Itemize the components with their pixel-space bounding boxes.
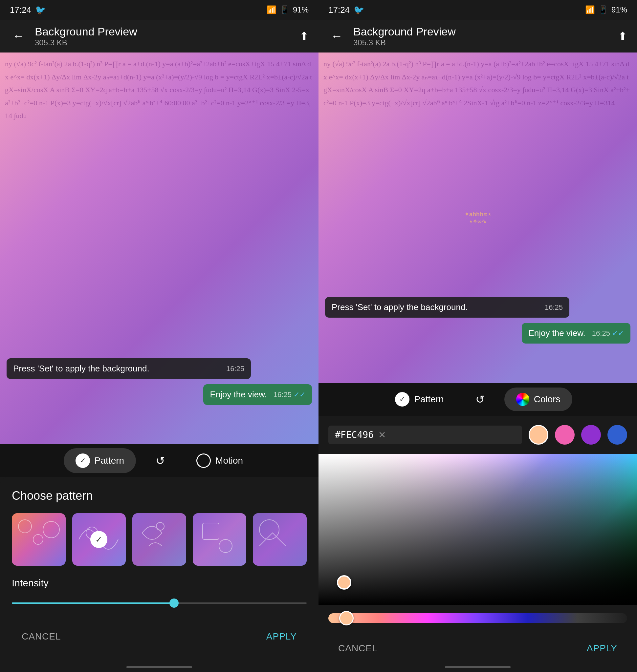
right-chat-time-1: 16:25: [545, 303, 563, 312]
left-app-header: ← Background Preview 305.3 KB ⬆: [0, 20, 318, 53]
tab-undo-icon[interactable]: ↺: [156, 454, 165, 467]
left-tab-bar: ✓ Pattern ↺ Motion: [0, 444, 318, 477]
right-chat-text-1: Press 'Set' to apply the background.: [332, 302, 468, 312]
left-signal-icon: 📱: [280, 5, 290, 15]
color-presets-row: #FEC496 ✕: [318, 416, 637, 454]
preset-color-1[interactable]: [529, 425, 548, 445]
intensity-label: Intensity: [12, 578, 307, 589]
preset-color-2[interactable]: [555, 425, 575, 445]
left-chat-text-2: Enjoy the view.: [210, 390, 267, 400]
pattern-thumb-4[interactable]: [193, 513, 247, 566]
left-bottom-actions: CANCEL APPLY: [12, 619, 307, 650]
pattern-thumb-3[interactable]: [132, 513, 186, 566]
left-chat-time-1: 16:25: [226, 365, 244, 373]
color-swatch-icon: [516, 393, 529, 406]
right-apply-button[interactable]: APPLY: [577, 638, 627, 659]
left-battery: 91%: [293, 5, 309, 15]
right-chat-text-2: Enjoy the view.: [528, 328, 585, 338]
choose-pattern-title: Choose pattern: [12, 489, 307, 503]
patterns-row: ✓: [12, 513, 307, 566]
left-panel: 17:24 🐦 📶 📱 91% ← Background Preview 305…: [0, 0, 318, 672]
right-time: 17:24: [328, 5, 350, 15]
slider-track: [12, 602, 307, 604]
svg-point-0: [18, 520, 32, 533]
color-picker-cursor[interactable]: [337, 575, 351, 590]
right-app-header: ← Background Preview 305.3 KB ⬆: [318, 20, 637, 53]
right-nav-pill: [318, 662, 637, 672]
left-nav-pill: [0, 662, 318, 672]
right-back-button[interactable]: ←: [328, 26, 345, 45]
svg-point-4: [156, 522, 164, 530]
right-battery: 91%: [612, 5, 627, 15]
right-tab-pattern-label: Pattern: [414, 394, 443, 405]
left-title-group: Background Preview 305.3 KB: [35, 25, 292, 47]
tab-motion[interactable]: Motion: [184, 448, 255, 473]
right-panel: 17:24 🐦 📶 📱 91% ← Background Preview 305…: [318, 0, 637, 672]
left-twitter-icon: 🐦: [35, 5, 46, 15]
left-chat-text-1: Press 'Set' to apply the background.: [13, 363, 149, 374]
pattern-check-icon: ✓: [75, 453, 90, 468]
left-cancel-button[interactable]: CANCEL: [12, 626, 71, 647]
left-back-button[interactable]: ←: [10, 26, 27, 45]
pattern-thumb-1[interactable]: [12, 513, 66, 566]
tab-pattern-label: Pattern: [94, 455, 124, 466]
slider-thumb[interactable]: [169, 598, 179, 608]
motion-circle-icon: [196, 453, 211, 468]
color-hex-value: #FEC496: [335, 430, 374, 440]
right-signal-icon: 📱: [598, 5, 608, 15]
right-twitter-icon: 🐦: [353, 5, 364, 15]
right-nav-pill-bar: [445, 666, 511, 668]
left-wifi-icon: 📶: [267, 5, 276, 15]
black-overlay: [318, 454, 637, 605]
right-header-subtitle: 305.3 KB: [353, 38, 610, 47]
gradient-field: [318, 454, 637, 605]
right-share-button[interactable]: ⬆: [618, 30, 627, 43]
svg-rect-5: [203, 523, 219, 539]
right-status-bar: 17:24 🐦 📶 📱 91%: [318, 0, 637, 20]
color-picker-sheet: #FEC496 ✕: [318, 416, 637, 662]
right-chat-time-2: 16:25 ✓✓: [592, 329, 624, 338]
color-gradient-picker[interactable]: [318, 454, 637, 605]
svg-point-1: [33, 535, 43, 544]
left-chat-bubble-1: Press 'Set' to apply the background. 16:…: [6, 358, 251, 379]
pattern-thumb-2[interactable]: ✓: [72, 513, 126, 566]
color-hex-input[interactable]: #FEC496 ✕: [328, 426, 522, 444]
pattern-selected-check: ✓: [90, 531, 107, 548]
left-apply-button[interactable]: APPLY: [256, 626, 307, 647]
right-tab-pattern[interactable]: ✓ Pattern: [383, 387, 455, 412]
left-chat-bubble-2: Enjoy the view. 16:25 ✓✓: [203, 384, 312, 405]
pattern-thumb-5[interactable]: [253, 513, 307, 566]
right-tab-colors-label: Colors: [534, 394, 561, 405]
right-tab-bar: ✓ Pattern ↺ Colors: [318, 383, 637, 416]
right-pattern-check: ✓: [395, 392, 410, 407]
right-chat-bubble-2: Enjoy the view. 16:25 ✓✓: [522, 323, 631, 343]
right-tab-colors[interactable]: Colors: [504, 388, 572, 411]
right-cancel-button[interactable]: CANCEL: [328, 638, 387, 659]
hue-slider-thumb[interactable]: [339, 611, 353, 626]
tab-pattern[interactable]: ✓ Pattern: [64, 448, 136, 473]
hue-slider-container: [318, 605, 637, 631]
tab-motion-label: Motion: [215, 455, 243, 466]
right-bg-preview: ny (√a) 9c² f-tan²(a) 2a b.(1-q²) n³ P=∏…: [318, 53, 637, 383]
svg-point-6: [219, 539, 232, 553]
left-share-button[interactable]: ⬆: [299, 30, 309, 43]
hue-slider-track[interactable]: [328, 613, 627, 623]
left-chat-time-2: 16:25 ✓✓: [274, 390, 305, 399]
intensity-slider[interactable]: [12, 597, 307, 610]
left-chat-overlay: Press 'Set' to apply the background. 16:…: [0, 358, 318, 405]
left-bottom-sheet: Choose pattern ✓ Intens: [0, 477, 318, 662]
preset-color-4[interactable]: [607, 425, 627, 445]
left-nav-pill-bar: [126, 666, 192, 668]
right-chat-bubble-1: Press 'Set' to apply the background. 16:…: [325, 297, 569, 318]
preset-color-3[interactable]: [581, 425, 601, 445]
right-header-title: Background Preview: [353, 25, 610, 38]
svg-point-2: [43, 521, 59, 538]
left-status-bar: 17:24 🐦 📶 📱 91%: [0, 0, 318, 20]
watermark: ✦ahhh∝⋆⋆✧∞∿: [464, 211, 491, 225]
right-tab-undo-icon[interactable]: ↺: [475, 393, 485, 406]
color-hex-clear[interactable]: ✕: [378, 430, 386, 440]
left-time: 17:24: [10, 5, 31, 15]
left-header-title: Background Preview: [35, 25, 292, 38]
right-bottom-actions: CANCEL APPLY: [318, 631, 637, 662]
right-chat-overlay: Press 'Set' to apply the background. 16:…: [318, 297, 637, 343]
